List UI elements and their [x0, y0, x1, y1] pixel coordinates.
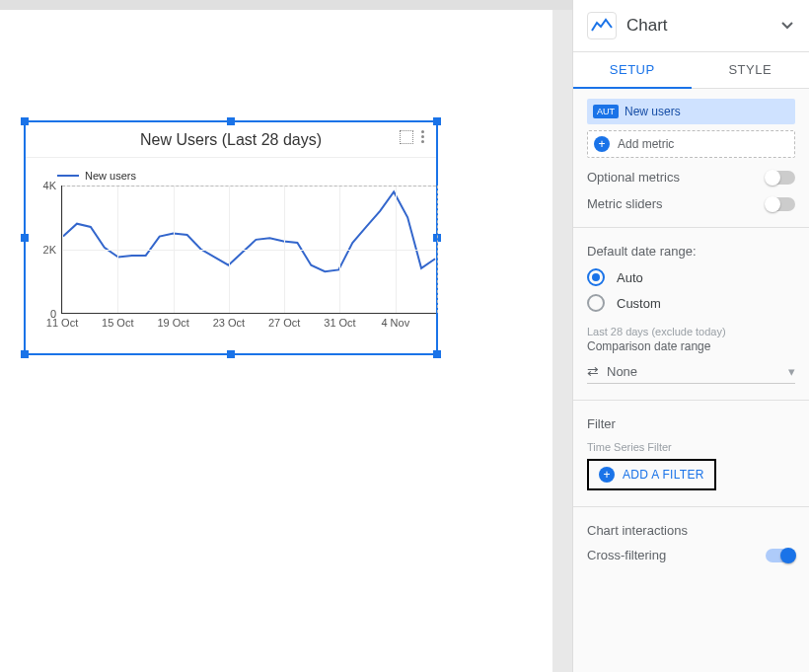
x-tick-label: 4 Nov: [381, 317, 409, 329]
optional-metrics-label: Optional metrics: [587, 170, 680, 185]
add-metric-label: Add metric: [618, 137, 674, 151]
cross-filtering-row: Cross-filtering: [587, 548, 795, 562]
radio-custom[interactable]: Custom: [587, 294, 795, 312]
cross-filtering-label: Cross-filtering: [587, 548, 666, 562]
interactions-title: Chart interactions: [587, 523, 795, 538]
x-tick-label: 31 Oct: [324, 317, 355, 329]
resize-handle[interactable]: [227, 350, 235, 358]
x-tick-label: 11 Oct: [46, 317, 78, 329]
panel-tabs: SETUP STYLE: [573, 52, 809, 89]
metric-chip[interactable]: AUT New users: [587, 99, 795, 124]
plus-icon: +: [594, 136, 610, 152]
chart-type-icon[interactable]: [587, 12, 617, 39]
chart-title: New Users (Last 28 days): [140, 131, 322, 149]
add-metric-button[interactable]: + Add metric: [587, 130, 795, 158]
metric-sliders-row: Metric sliders: [587, 196, 795, 211]
add-filter-label: ADD A FILTER: [623, 468, 704, 482]
optional-metrics-row: Optional metrics: [587, 170, 795, 185]
cross-filtering-toggle[interactable]: [766, 549, 795, 562]
radio-auto-label: Auto: [617, 270, 643, 285]
chart-header: New Users (Last 28 days): [26, 122, 436, 158]
radio-custom-label: Custom: [617, 296, 661, 311]
legend-swatch: [57, 175, 79, 177]
date-range-note: Last 28 days (exclude today): [587, 326, 795, 337]
tab-setup[interactable]: SETUP: [573, 52, 692, 89]
swap-icon: ⇄: [587, 363, 599, 379]
metric-name: New users: [625, 105, 681, 118]
plus-icon: +: [599, 467, 615, 483]
comparison-label: Comparison date range: [587, 339, 795, 353]
panel-title: Chart: [626, 16, 770, 36]
canvas-area[interactable]: New Users (Last 28 days) New users 02K4K…: [0, 0, 572, 672]
date-range-title: Default date range:: [587, 244, 795, 259]
y-tick-label: 4K: [43, 180, 56, 191]
resize-handle[interactable]: [21, 234, 29, 242]
caret-down-icon: ▾: [788, 364, 795, 379]
chart-body: New users 02K4K11 Oct15 Oct19 Oct23 Oct2…: [26, 158, 436, 324]
divider: [573, 400, 809, 401]
radio-icon: [587, 268, 605, 286]
filter-title: Filter: [587, 416, 795, 431]
comparison-select[interactable]: ⇄ None ▾: [587, 357, 795, 384]
metric-agg-badge: AUT: [593, 105, 619, 118]
y-tick-label: 2K: [43, 244, 56, 256]
chevron-down-icon[interactable]: [779, 17, 795, 36]
radio-auto[interactable]: Auto: [587, 268, 795, 286]
more-options-icon[interactable]: [421, 130, 424, 144]
x-tick-label: 27 Oct: [268, 317, 300, 329]
chart-legend: New users: [57, 170, 422, 182]
metric-sliders-label: Metric sliders: [587, 196, 663, 211]
chart-selection-frame[interactable]: New Users (Last 28 days) New users 02K4K…: [24, 120, 438, 355]
optional-metrics-toggle[interactable]: [766, 171, 795, 185]
add-filter-button[interactable]: + ADD A FILTER: [587, 459, 716, 490]
x-tick-label: 19 Oct: [157, 317, 188, 329]
resize-handle[interactable]: [433, 350, 441, 358]
comparison-value: None: [607, 364, 637, 379]
x-tick-label: 15 Oct: [102, 317, 133, 329]
select-area-icon[interactable]: [400, 130, 413, 144]
properties-panel: Chart SETUP STYLE AUT New users + Add me…: [572, 0, 809, 672]
chart-plot-area[interactable]: 02K4K11 Oct15 Oct19 Oct23 Oct27 Oct31 Oc…: [61, 186, 436, 314]
x-tick-label: 23 Oct: [213, 317, 245, 329]
radio-icon: [587, 294, 605, 312]
panel-header[interactable]: Chart: [573, 0, 809, 52]
panel-scroll[interactable]: AUT New users + Add metric Optional metr…: [573, 89, 809, 672]
divider: [573, 506, 809, 507]
tab-style[interactable]: STYLE: [692, 52, 810, 89]
metric-sliders-toggle[interactable]: [766, 197, 795, 211]
divider: [573, 227, 809, 228]
legend-label: New users: [85, 170, 136, 182]
page-surface[interactable]: New Users (Last 28 days) New users 02K4K…: [0, 10, 552, 672]
filter-subtitle: Time Series Filter: [587, 441, 795, 453]
resize-handle[interactable]: [21, 350, 29, 358]
